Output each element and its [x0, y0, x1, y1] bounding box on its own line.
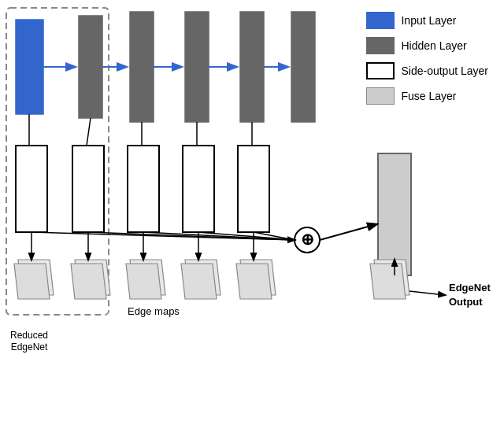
legend-sideoutput-swatch: [366, 62, 395, 79]
hidden-block-3: [185, 12, 209, 122]
legend-fuse-layer: Fuse Layer: [366, 87, 488, 105]
svg-line-34: [320, 224, 376, 240]
hidden-block-5: [291, 12, 315, 122]
hidden-block-1: [79, 16, 102, 118]
input-block: [16, 20, 43, 114]
svg-marker-16: [126, 264, 161, 299]
side-output-4: [183, 146, 214, 232]
legend-sideoutput-layer: Side-output Layer: [366, 62, 488, 79]
svg-text:Reduced: Reduced: [10, 330, 48, 341]
legend-hidden-layer: Hidden Layer: [366, 37, 488, 54]
svg-marker-20: [236, 264, 272, 299]
svg-text:Edge maps: Edge maps: [128, 305, 180, 317]
legend-hidden-label: Hidden Layer: [401, 39, 466, 52]
svg-line-7: [87, 118, 91, 146]
fuse-block: [378, 153, 411, 275]
legend-fuse-swatch: [366, 87, 395, 105]
svg-text:Output: Output: [449, 296, 483, 308]
legend-fuse-label: Fuse Layer: [401, 90, 456, 102]
svg-marker-12: [14, 264, 50, 299]
diagram: ⊕ Reduced EdgeNet Edge maps EdgeNet Outp…: [0, 0, 504, 432]
hidden-block-2: [130, 12, 154, 122]
svg-marker-14: [71, 264, 106, 299]
svg-text:EdgeNet: EdgeNet: [11, 342, 48, 353]
svg-marker-22: [370, 264, 406, 299]
svg-marker-18: [181, 264, 217, 299]
side-output-2: [72, 146, 104, 232]
svg-text:EdgeNet: EdgeNet: [449, 282, 491, 294]
side-output-5: [238, 146, 269, 232]
legend-input-swatch: [366, 12, 395, 29]
side-output-1: [16, 146, 47, 232]
hidden-block-4: [240, 12, 264, 122]
legend-input-label: Input Layer: [401, 14, 456, 27]
svg-line-41: [410, 291, 445, 295]
legend: Input Layer Hidden Layer Side-output Lay…: [366, 12, 488, 105]
legend-sideoutput-label: Side-output Layer: [401, 65, 488, 77]
legend-input-layer: Input Layer: [366, 12, 488, 29]
svg-text:⊕: ⊕: [301, 231, 314, 248]
side-output-3: [128, 146, 159, 232]
legend-hidden-swatch: [366, 37, 395, 54]
